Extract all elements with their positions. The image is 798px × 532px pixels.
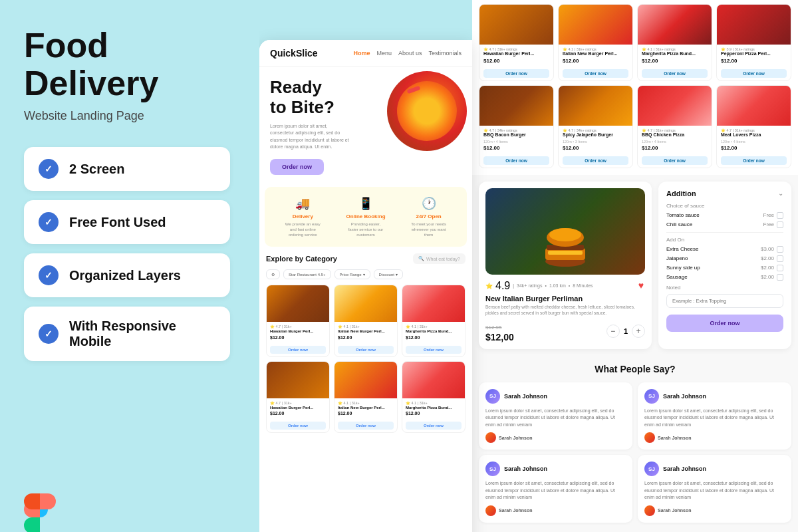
filter-discount[interactable]: Discount ▾	[374, 269, 403, 279]
addon-cheese-checkbox[interactable]	[777, 246, 783, 253]
detail-food-img-5	[559, 86, 632, 126]
food-card-3: ⭐ 4.7 | 31k+ Hawaiian Burger Perl... $12…	[266, 361, 330, 433]
food-rating-0: ⭐ 4.7 | 31k+	[270, 325, 326, 329]
nav-links: Home Menu About us Testimonials	[353, 50, 462, 57]
detail-order-0[interactable]: Order now	[483, 69, 549, 78]
filter-price[interactable]: Price Range ▾	[334, 269, 370, 279]
product-time-val: 8 Minutes	[573, 283, 593, 288]
addition-divider	[666, 232, 783, 233]
detail-price-2: $12.00	[642, 58, 708, 64]
detail-sub-7: 120m • 4 Items	[721, 140, 787, 144]
food-order-btn-5[interactable]: Order now	[406, 422, 462, 430]
addon-jalapeno-checkbox[interactable]	[777, 255, 783, 262]
detail-food-img-6	[638, 86, 712, 126]
badge-responsive: With Responsive Mobile	[24, 307, 230, 361]
detail-food-4: ⭐ 4.7 | 34k+ ratings BBQ Bacon Burger 12…	[479, 85, 554, 168]
nav-about[interactable]: About us	[398, 50, 422, 57]
addition-card: Addition ⌄ Choice of sauce Tomato sauce …	[658, 182, 791, 349]
detail-order-4[interactable]: Order now	[483, 156, 549, 165]
detail-order-6[interactable]: Order now	[642, 156, 708, 165]
reviewer-bottom-0: Sarah Johnson	[485, 432, 626, 443]
food-order-btn-2[interactable]: Order now	[406, 346, 462, 354]
reviewer-avatar2-3	[644, 505, 655, 516]
website-mockup: QuickSlice Home Menu About us Testimonia…	[259, 40, 472, 532]
hero-cta-button[interactable]: Order now	[270, 159, 324, 175]
review-header-0: SJ Sarah Johnson	[485, 389, 626, 404]
review-card-1: SJ Sarah Johnson Lorem ipsum dolor sit a…	[638, 382, 791, 450]
food-rating-1: ⭐ 4.1 | 31k+	[338, 325, 394, 329]
product-rating-count: |	[513, 283, 514, 288]
detail-sub-5: 120m • 3 Items	[563, 140, 628, 144]
hero-description: Lorem ipsum dolor sit amet, consectetur …	[270, 123, 350, 151]
detail-order-7[interactable]: Order now	[721, 156, 787, 165]
detail-food-img-0	[479, 5, 553, 45]
nav-home[interactable]: Home	[353, 50, 370, 57]
figma-logo	[24, 473, 56, 505]
food-grid: ⭐ 4.7 | 31k+ Hawaiian Burger Perl... $12…	[266, 285, 466, 432]
review-avatar-3: SJ	[644, 462, 659, 476]
sauce-tomato-checkbox[interactable]	[777, 212, 783, 219]
filter-star[interactable]: Star Restaurant 4.5+	[283, 269, 331, 279]
reviewer-name2-2: Sarah Johnson	[499, 508, 533, 513]
detail-order-1[interactable]: Order now	[563, 69, 628, 78]
food-rating-3: ⭐ 4.7 | 31k+	[270, 401, 326, 405]
detail-name-2: Margherita Pizza Bund...	[642, 51, 708, 57]
review-text-3: Lorem ipsum dolor sit amet, consectetur …	[644, 480, 785, 501]
sauce-chili-checkbox[interactable]	[777, 221, 783, 228]
food-order-btn-4[interactable]: Order now	[338, 422, 394, 430]
detail-food-body-6: ⭐ 4.7 | 31k+ ratings BBQ Chicken Pizza 1…	[638, 126, 712, 167]
category-title: Explore by Category	[266, 255, 337, 263]
addon-sausage-price: $2.00	[761, 274, 783, 281]
addon-sunny-price: $2.00	[761, 265, 783, 271]
add-order-button[interactable]: Order now	[666, 315, 783, 332]
detail-food-6: ⭐ 4.7 | 31k+ ratings BBQ Chicken Pizza 1…	[637, 85, 712, 168]
badge-font-label: Free Font Used	[69, 215, 166, 230]
detail-price-1: $12.00	[563, 58, 628, 64]
addon-sunny-row: Sunny side up $2.00	[666, 265, 783, 271]
detail-food-body-5: ⭐ 4.7 | 34k+ ratings Spicy Jalapeño Burg…	[559, 126, 632, 167]
food-price-0: $12.00	[270, 335, 326, 340]
svg-rect-2	[548, 251, 583, 255]
noted-input[interactable]	[666, 294, 783, 308]
reviews-title: What People Say?	[479, 364, 791, 374]
review-avatar-2: SJ	[485, 462, 500, 476]
review-header-1: SJ Sarah Johnson	[644, 389, 785, 404]
filter-bar: ⚙ Star Restaurant 4.5+ Price Range ▾ Dis…	[266, 269, 466, 279]
detail-panel: ⭐ 4.7 | 31k+ ratings Hawaiian Burger Per…	[472, 0, 798, 532]
feature-delivery-desc: We provide an easy and fast online order…	[283, 222, 323, 237]
food-card-body-5: ⭐ 4.1 | 31k+ Margherita Pizza Bund... $1…	[402, 398, 465, 432]
clock-icon: 🕐	[422, 196, 436, 211]
svg-point-5	[549, 228, 581, 241]
detail-name-0: Hawaiian Burger Perl...	[483, 51, 549, 57]
food-card-4: ⭐ 4.1 | 31k+ Italian New Burger Perl... …	[334, 361, 398, 433]
delivery-icon: 🚚	[295, 196, 310, 211]
detail-order-3[interactable]: Order now	[721, 69, 787, 78]
detail-food-body-7: ⭐ 4.7 | 31k+ ratings Meat Lovers Pizza 1…	[717, 126, 791, 167]
food-img-5	[402, 362, 465, 398]
filter-icon-chip[interactable]: ⚙	[266, 269, 280, 279]
food-name-4: Italian New Burger Perl...	[338, 406, 394, 410]
detail-food-img-7	[717, 86, 791, 126]
addon-sunny-checkbox[interactable]	[777, 265, 783, 271]
detail-top-grid: ⭐ 4.7 | 31k+ ratings Hawaiian Burger Per…	[472, 0, 798, 175]
qty-plus-button[interactable]: +	[632, 325, 645, 338]
product-rating: 4.9	[495, 280, 510, 292]
heart-icon[interactable]: ♥	[638, 280, 644, 291]
review-avatar-0: SJ	[485, 389, 500, 404]
food-order-btn-0[interactable]: Order now	[270, 346, 326, 354]
detail-order-2[interactable]: Order now	[642, 69, 708, 78]
nav-menu[interactable]: Menu	[376, 50, 392, 57]
search-box[interactable]: 🔍 What eat today?	[413, 253, 466, 264]
food-order-btn-3[interactable]: Order now	[270, 422, 326, 430]
nav-testimonials[interactable]: Testimonials	[428, 50, 462, 57]
nav-logo: QuickSlice	[270, 48, 318, 59]
noted-section: Noted	[666, 285, 783, 308]
qty-minus-button[interactable]: −	[606, 325, 620, 338]
detail-name-3: Pepperoni Pizza Perl...	[721, 51, 787, 57]
food-order-btn-1[interactable]: Order now	[338, 346, 394, 354]
addon-sausage-checkbox[interactable]	[777, 274, 783, 281]
badge-font: Free Font Used	[24, 200, 230, 244]
detail-order-5[interactable]: Order now	[563, 156, 628, 165]
detail-food-1: ⭐ 4.1 | 31k+ ratings Italian New Burger …	[558, 4, 633, 81]
addon-jalapeno-name: Jalapeno	[666, 255, 688, 261]
